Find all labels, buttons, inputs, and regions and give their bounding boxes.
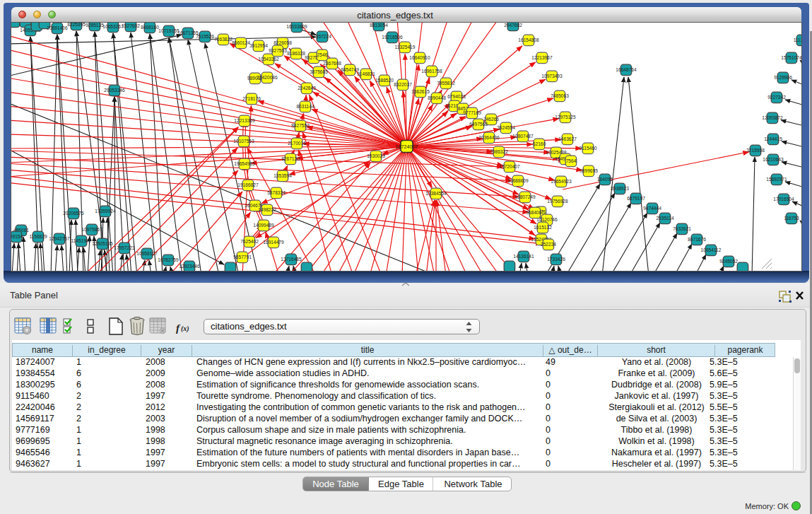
svg-text:9245052: 9245052 xyxy=(719,259,738,264)
svg-text:116753: 116753 xyxy=(784,216,799,221)
svg-text:11451947: 11451947 xyxy=(71,238,92,243)
svg-text:6497568: 6497568 xyxy=(469,122,488,127)
svg-text:(x): (x) xyxy=(181,325,189,333)
svg-text:7357224: 7357224 xyxy=(313,34,331,39)
svg-text:8990448: 8990448 xyxy=(428,95,446,100)
svg-text:12923446: 12923446 xyxy=(179,264,200,269)
svg-text:2242848: 2242848 xyxy=(298,86,316,90)
svg-text:1588520: 1588520 xyxy=(375,78,394,83)
svg-text:8471676: 8471676 xyxy=(688,237,706,242)
svg-text:17957223: 17957223 xyxy=(114,245,135,250)
svg-text:5878334: 5878334 xyxy=(267,190,286,195)
svg-text:10688609: 10688609 xyxy=(507,178,529,183)
svg-text:1527602: 1527602 xyxy=(122,23,140,28)
svg-text:19166827: 19166827 xyxy=(237,182,259,187)
svg-text:1498222: 1498222 xyxy=(258,207,276,212)
svg-text:6879197: 6879197 xyxy=(627,196,645,201)
svg-text:1353594: 1353594 xyxy=(273,173,292,178)
svg-text:11325419: 11325419 xyxy=(395,45,416,49)
svg-text:9115460: 9115460 xyxy=(579,146,597,151)
svg-text:10107553: 10107553 xyxy=(233,139,254,144)
svg-text:1463627: 1463627 xyxy=(558,136,577,141)
svg-text:2047682: 2047682 xyxy=(504,23,522,28)
svg-text:20691406: 20691406 xyxy=(47,25,68,30)
svg-text:1615132: 1615132 xyxy=(534,225,552,230)
svg-text:7564: 7564 xyxy=(566,158,577,163)
svg-text:20206576: 20206576 xyxy=(63,211,84,216)
svg-text:7485063: 7485063 xyxy=(551,93,569,98)
svg-text:19384554: 19384554 xyxy=(425,191,447,196)
svg-text:7625402: 7625402 xyxy=(240,239,259,244)
svg-text:7986322: 7986322 xyxy=(490,149,508,154)
svg-text:19654985: 19654985 xyxy=(234,161,255,166)
svg-text:13716485: 13716485 xyxy=(281,257,302,262)
svg-text:2935114: 2935114 xyxy=(656,216,674,221)
svg-text:9146821: 9146821 xyxy=(357,71,375,76)
svg-text:17016504: 17016504 xyxy=(773,197,794,201)
svg-text:20364436: 20364436 xyxy=(478,135,500,140)
svg-text:9227342: 9227342 xyxy=(767,95,786,100)
svg-text:10975867: 10975867 xyxy=(81,227,102,232)
svg-text:12505135: 12505135 xyxy=(92,241,113,246)
svg-text:8226058: 8226058 xyxy=(273,40,292,45)
svg-text:9684067: 9684067 xyxy=(526,210,544,215)
svg-text:10958107: 10958107 xyxy=(136,251,158,256)
svg-text:15751074: 15751074 xyxy=(781,55,801,60)
svg-text:8466160: 8466160 xyxy=(141,25,159,30)
svg-text:16033809: 16033809 xyxy=(286,24,307,29)
svg-text:1113642: 1113642 xyxy=(794,37,801,42)
svg-text:22420046: 22420046 xyxy=(257,75,278,80)
svg-text:16961758: 16961758 xyxy=(421,69,442,74)
svg-text:10807487: 10807487 xyxy=(512,134,534,139)
svg-text:16648764: 16648764 xyxy=(616,67,637,72)
svg-text:164095: 164095 xyxy=(597,177,613,182)
svg-text:8427552: 8427552 xyxy=(291,123,310,128)
svg-text:18807249: 18807249 xyxy=(514,194,536,199)
svg-text:0899695: 0899695 xyxy=(579,168,598,173)
svg-text:1733426: 1733426 xyxy=(547,257,565,262)
svg-text:2718176: 2718176 xyxy=(242,96,261,101)
svg-text:9327503: 9327503 xyxy=(269,48,287,53)
svg-text:3624554: 3624554 xyxy=(497,125,515,130)
svg-text:3912954: 3912954 xyxy=(249,43,268,48)
svg-text:7515526: 7515526 xyxy=(196,34,214,39)
svg-text:12213967: 12213967 xyxy=(531,55,553,60)
svg-text:7663822: 7663822 xyxy=(214,37,233,42)
svg-text:8267130: 8267130 xyxy=(281,156,300,161)
svg-text:1156829: 1156829 xyxy=(29,234,47,239)
svg-text:8813054: 8813054 xyxy=(370,23,388,28)
svg-text:17359924: 17359924 xyxy=(95,209,116,214)
svg-text:8225395: 8225395 xyxy=(67,23,86,27)
svg-text:16640910: 16640910 xyxy=(409,55,430,60)
svg-text:2367608: 2367608 xyxy=(323,61,341,66)
svg-text:3215958: 3215958 xyxy=(746,148,765,153)
svg-text:12942757: 12942757 xyxy=(49,236,70,241)
svg-text:29053346: 29053346 xyxy=(104,88,125,93)
svg-text:14136141: 14136141 xyxy=(513,254,534,259)
svg-text:7955812: 7955812 xyxy=(437,81,455,86)
svg-text:16210643: 16210643 xyxy=(763,157,784,162)
svg-text:2170016: 2170016 xyxy=(288,141,306,146)
svg-text:15720407: 15720407 xyxy=(499,164,520,169)
svg-text:12093872: 12093872 xyxy=(762,115,783,120)
svg-text:16154808: 16154808 xyxy=(518,37,539,42)
svg-text:1244415: 1244415 xyxy=(764,136,782,141)
svg-text:746266: 746266 xyxy=(483,117,499,122)
svg-text:8322037: 8322037 xyxy=(394,82,412,87)
svg-text:19756928: 19756928 xyxy=(547,199,568,204)
svg-text:3875685: 3875685 xyxy=(310,69,328,74)
svg-text:16782759: 16782759 xyxy=(158,257,179,262)
svg-text:1362615: 1362615 xyxy=(411,89,430,94)
svg-text:62160: 62160 xyxy=(533,141,546,146)
svg-text:14099489: 14099489 xyxy=(253,223,274,228)
svg-text:19654923: 19654923 xyxy=(551,179,572,184)
svg-text:9857791: 9857791 xyxy=(233,255,252,259)
svg-text:8660124: 8660124 xyxy=(232,40,250,45)
svg-text:2546: 2546 xyxy=(317,52,328,57)
svg-text:1930023: 1930023 xyxy=(367,153,385,158)
svg-text:10654112: 10654112 xyxy=(701,247,722,252)
svg-text:19218506: 19218506 xyxy=(382,35,403,40)
svg-text:9474444: 9474444 xyxy=(643,206,661,211)
svg-text:8031144: 8031144 xyxy=(296,104,314,109)
svg-text:16120746: 16120746 xyxy=(536,217,558,222)
